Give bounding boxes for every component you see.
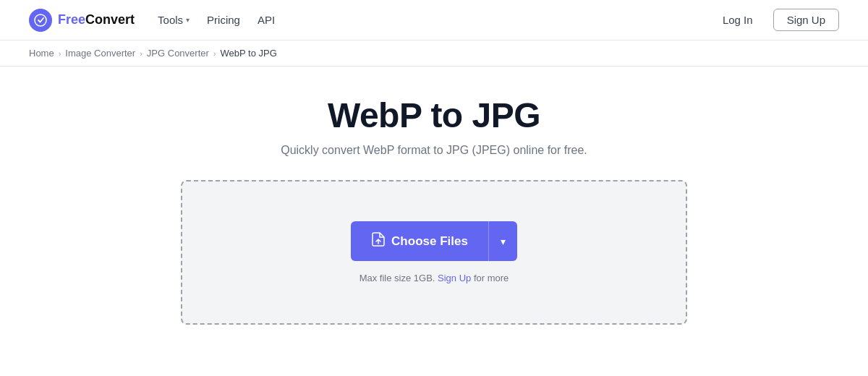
logo-text: FreeConvert (58, 12, 135, 27)
file-limit-signup-link[interactable]: Sign Up (438, 273, 471, 283)
header-left: FreeConvert Tools ▾ Pricing API (29, 9, 275, 32)
svg-point-0 (35, 14, 46, 26)
chevron-down-icon: ▾ (186, 16, 190, 24)
dropzone[interactable]: Choose Files ▾ Max file size 1GB. Sign U… (181, 180, 687, 325)
main-nav: Tools ▾ Pricing API (158, 14, 275, 26)
breadcrumb-sep-2: › (140, 49, 142, 58)
choose-files-button[interactable]: Choose Files (351, 221, 488, 261)
header-right: Log In Sign Up (714, 9, 839, 31)
header: FreeConvert Tools ▾ Pricing API Log In S… (0, 0, 868, 40)
breadcrumb-sep-1: › (59, 49, 61, 58)
breadcrumb-jpg-converter[interactable]: JPG Converter (147, 48, 209, 59)
nav-item-tools[interactable]: Tools ▾ (158, 14, 190, 26)
breadcrumb-current: WebP to JPG (221, 48, 277, 59)
nav-item-pricing[interactable]: Pricing (207, 14, 240, 26)
main-content: WebP to JPG Quickly convert WebP format … (0, 67, 868, 339)
choose-files-container: Choose Files ▾ (351, 221, 517, 261)
page-title: WebP to JPG (328, 95, 540, 135)
signup-button[interactable]: Sign Up (773, 9, 839, 31)
file-icon (371, 231, 386, 251)
breadcrumb-home[interactable]: Home (29, 48, 54, 59)
chevron-down-icon: ▾ (501, 236, 506, 247)
page-subtitle: Quickly convert WebP format to JPG (JPEG… (281, 144, 587, 157)
breadcrumb-sep-3: › (213, 49, 216, 58)
breadcrumb: Home › Image Converter › JPG Converter ›… (0, 40, 868, 67)
login-button[interactable]: Log In (714, 9, 762, 30)
nav-item-api[interactable]: API (258, 14, 275, 26)
logo-icon (29, 9, 52, 32)
choose-files-dropdown-button[interactable]: ▾ (488, 221, 517, 261)
breadcrumb-image-converter[interactable]: Image Converter (65, 48, 135, 59)
file-limit-text: Max file size 1GB. Sign Up for more (359, 273, 509, 283)
logo[interactable]: FreeConvert (29, 9, 135, 32)
